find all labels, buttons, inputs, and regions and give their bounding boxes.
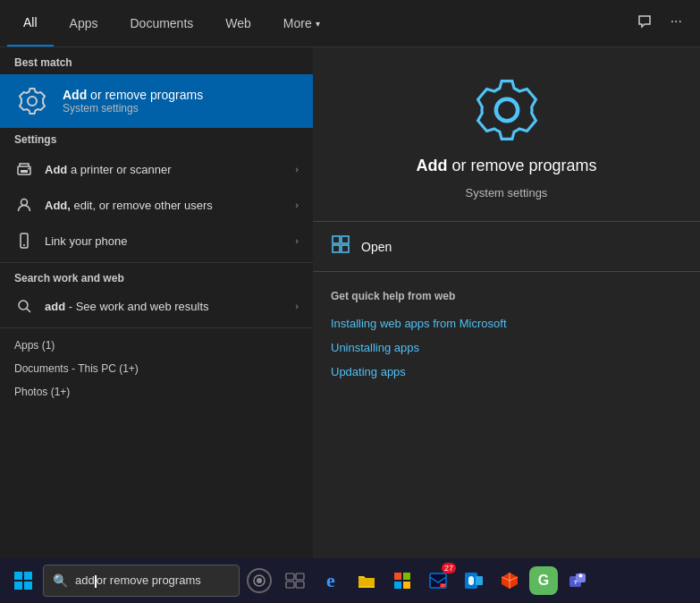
svg-rect-26 <box>476 576 483 585</box>
right-panel: Add or remove programs System settings O… <box>313 47 700 603</box>
svg-rect-13 <box>286 573 294 580</box>
svg-rect-20 <box>403 582 410 589</box>
svg-text:T: T <box>574 580 578 585</box>
svg-point-12 <box>257 578 262 583</box>
svg-rect-16 <box>296 582 304 588</box>
menu-item-users-text: Add, edit, or remove other users <box>45 199 284 212</box>
help-item-2[interactable]: Updating apps <box>331 360 682 384</box>
svg-rect-7 <box>333 236 340 243</box>
printer-icon <box>14 159 34 179</box>
feedback-icon[interactable] <box>633 10 656 37</box>
grammarly-icon: G <box>538 573 549 589</box>
grammarly-button[interactable]: G <box>529 566 558 595</box>
search-text-prefix: add <box>75 573 95 587</box>
edge-button[interactable]: e <box>315 565 347 597</box>
tab-all[interactable]: All <box>7 0 54 47</box>
app-detail: Add or remove programs System settings <box>313 47 700 221</box>
taskbar: 🔍 addor remove programs e <box>0 558 700 603</box>
tab-apps[interactable]: Apps <box>54 0 114 47</box>
win-logo-tl <box>14 572 22 580</box>
svg-rect-8 <box>342 236 349 243</box>
win-logo-tr <box>24 572 32 580</box>
svg-rect-18 <box>403 573 410 580</box>
svg-rect-17 <box>394 573 401 580</box>
svg-rect-25 <box>468 576 474 585</box>
menu-item-phone-text: Link your phone <box>45 234 284 248</box>
svg-rect-10 <box>342 245 349 252</box>
help-item-1[interactable]: Uninstalling apps <box>331 335 682 360</box>
svg-point-3 <box>21 200 28 206</box>
svg-text:27: 27 <box>442 583 446 588</box>
tab-all-label: All <box>23 15 38 30</box>
teams-button[interactable]: T <box>561 565 594 597</box>
tab-more-label: More <box>283 16 312 30</box>
file-explorer-button[interactable] <box>350 565 383 597</box>
chevron-right-icon-4: › <box>295 301 299 311</box>
best-match-title: Add or remove programs <box>63 88 203 102</box>
tab-bar: All Apps Documents Web More ▾ ··· <box>0 0 700 47</box>
tab-web[interactable]: Web <box>209 0 267 47</box>
best-match-subtitle: System settings <box>63 102 203 115</box>
menu-item-search-web-text: add - See work and web results <box>45 300 284 313</box>
tab-web-label: Web <box>225 16 251 30</box>
svg-rect-9 <box>333 245 340 252</box>
cortana-button[interactable] <box>243 565 275 597</box>
chevron-right-icon-2: › <box>295 200 299 210</box>
open-label: Open <box>361 240 392 254</box>
best-match-text: Add or remove programs System settings <box>63 88 203 115</box>
win-logo-br <box>24 582 32 590</box>
cortana-icon <box>247 568 272 593</box>
tab-apps-label: Apps <box>70 16 98 30</box>
settings-section-label: Settings <box>0 128 313 151</box>
task-view-button[interactable] <box>279 565 311 597</box>
svg-rect-14 <box>296 573 304 580</box>
menu-item-search-web[interactable]: add - See work and web results › <box>0 288 313 324</box>
outlook-button[interactable] <box>458 565 490 597</box>
quick-help-label: Get quick help from web <box>331 290 682 302</box>
chevron-right-icon-3: › <box>295 235 299 246</box>
menu-item-printer[interactable]: Add a printer or scanner › <box>0 151 313 187</box>
search-box-text: addor remove programs <box>75 573 201 588</box>
app-detail-name: Add or remove programs <box>416 157 596 175</box>
menu-item-printer-text: Add a printer or scanner <box>45 163 284 176</box>
svg-point-5 <box>23 244 25 246</box>
user-icon <box>14 195 34 215</box>
open-icon <box>331 234 350 259</box>
tab-more[interactable]: More ▾ <box>267 0 336 47</box>
best-match-label: Best match <box>0 47 313 74</box>
mail-badge: 27 <box>442 563 456 573</box>
category-photos: Photos (1+) <box>0 378 313 402</box>
quick-help-section: Get quick help from web Installing web a… <box>313 281 700 384</box>
app-detail-icon <box>471 74 543 146</box>
svg-rect-1 <box>21 170 28 173</box>
category-documents: Documents - This PC (1+) <box>0 355 313 378</box>
edge-icon: e <box>326 569 335 592</box>
search-box[interactable]: 🔍 addor remove programs <box>43 565 240 597</box>
start-button[interactable] <box>7 565 39 597</box>
settings-gear-icon <box>14 83 50 119</box>
app-detail-subtitle: System settings <box>466 186 548 200</box>
left-panel: Best match Add or remove programs System… <box>0 47 313 603</box>
win-logo-bl <box>14 582 22 590</box>
search-box-icon: 🔍 <box>53 573 68 588</box>
content-area: Best match Add or remove programs System… <box>0 47 700 603</box>
search-text-suffix: or remove programs <box>97 573 201 587</box>
svg-rect-15 <box>286 582 294 588</box>
phone-icon <box>14 231 34 251</box>
menu-item-phone[interactable]: Link your phone › <box>0 223 313 259</box>
detail-divider-2 <box>313 271 700 272</box>
best-match-item[interactable]: Add or remove programs System settings <box>0 74 313 128</box>
office-button[interactable] <box>493 565 526 597</box>
search-icon <box>14 296 34 316</box>
svg-point-2 <box>28 168 30 170</box>
tab-documents[interactable]: Documents <box>114 0 209 47</box>
open-action[interactable]: Open <box>313 222 700 271</box>
menu-item-users[interactable]: Add, edit, or remove other users › <box>0 187 313 223</box>
help-item-0[interactable]: Installing web apps from Microsoft <box>331 311 682 335</box>
ms-store-button[interactable] <box>386 565 418 597</box>
more-options-icon[interactable]: ··· <box>667 10 686 37</box>
mail-calendar-button[interactable]: 27 27 <box>422 565 454 597</box>
start-menu: All Apps Documents Web More ▾ ··· <box>0 0 700 603</box>
svg-point-30 <box>579 574 583 578</box>
divider-1 <box>0 262 313 263</box>
